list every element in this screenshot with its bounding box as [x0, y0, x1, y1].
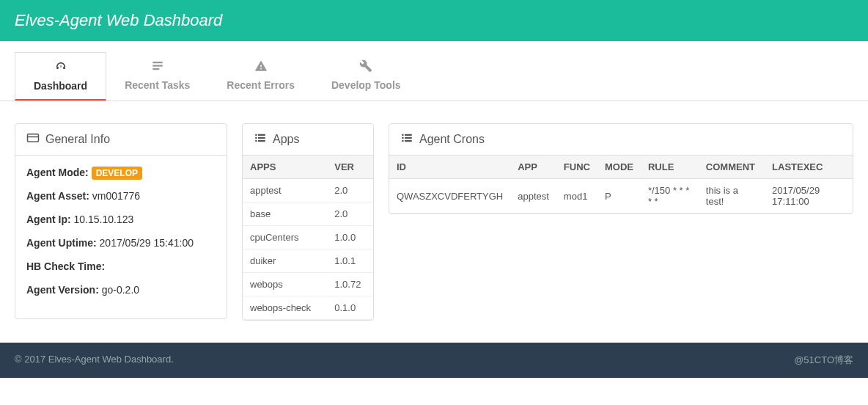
tab-recent-errors[interactable]: Recent Errors [208, 52, 313, 101]
info-version: Agent Version: go-0.2.0 [26, 284, 216, 296]
svg-rect-10 [258, 137, 265, 139]
svg-rect-6 [28, 136, 39, 138]
crons-header-id: ID [389, 156, 510, 179]
crons-panel: Agent Crons ID APP FUNC MODE RULE COMMEN… [389, 123, 853, 214]
app-name: base [243, 202, 327, 226]
svg-rect-13 [402, 134, 403, 136]
info-hb: HB Check Time: [26, 260, 216, 272]
crons-header-lastexec: LASTEXEC [765, 156, 853, 179]
app-name: cpuCenters [243, 226, 327, 249]
svg-rect-8 [258, 134, 265, 136]
apps-table: APPS VER apptest2.0base2.0cpuCenters1.0.… [243, 156, 373, 320]
info-mode: Agent Mode: DEVELOP [26, 167, 216, 178]
crons-header-rule: RULE [641, 156, 699, 179]
tab-label: Recent Errors [227, 79, 295, 91]
app-ver: 1.0.1 [327, 249, 373, 273]
tab-develop-tools[interactable]: Develop Tools [313, 52, 419, 101]
copyright: © 2017 Elves-Agent Web Dashboard. [15, 354, 174, 367]
watermark: @51CTO博客 [794, 354, 853, 367]
apps-header-ver: VER [327, 156, 373, 179]
app-ver: 2.0 [327, 202, 373, 226]
panel-heading: Apps [243, 124, 373, 156]
svg-rect-11 [255, 140, 257, 142]
app-name: webops-check [243, 296, 327, 320]
dashboard-icon [54, 60, 67, 77]
tools-icon [359, 59, 372, 76]
crons-table: ID APP FUNC MODE RULE COMMENT LASTEXEC Q… [389, 156, 853, 214]
svg-rect-9 [255, 137, 257, 139]
svg-rect-15 [402, 137, 403, 139]
info-uptime: Agent Uptime: 2017/05/29 15:41:00 [26, 237, 216, 249]
svg-rect-2 [152, 62, 163, 63]
tab-label: Dashboard [34, 80, 87, 92]
list-icon [400, 131, 413, 147]
apps-panel: Apps APPS VER apptest2.0base2.0cpuCenter… [242, 123, 374, 321]
tab-label: Develop Tools [331, 79, 401, 91]
panel-title: General Info [45, 133, 110, 146]
content: General Info Agent Mode: DEVELOP Agent A… [0, 101, 868, 343]
panel-heading: General Info [15, 124, 227, 156]
table-row: cpuCenters1.0.0 [243, 226, 373, 249]
svg-point-1 [63, 67, 65, 69]
nav-tabs: Dashboard Recent Tasks Recent Errors Dev… [0, 52, 868, 101]
crons-header-mode: MODE [597, 156, 641, 179]
cron-comment: this is a test! [699, 179, 765, 214]
panel-body: Agent Mode: DEVELOP Agent Asset: vm00177… [15, 156, 227, 318]
svg-rect-14 [405, 134, 412, 136]
app-name: webops [243, 273, 327, 296]
table-row: base2.0 [243, 202, 373, 226]
footer: © 2017 Elves-Agent Web Dashboard. @51CTO… [0, 343, 868, 378]
svg-rect-12 [258, 140, 265, 142]
table-row: QWASZXCVDFERTYGHapptestmod1P*/150 * * * … [389, 179, 853, 214]
header: Elves-Agent Web Dashboard [0, 0, 868, 41]
tab-recent-tasks[interactable]: Recent Tasks [106, 52, 208, 101]
mode-badge: DEVELOP [92, 167, 142, 180]
app-name: duiker [243, 249, 327, 273]
panel-title: Apps [273, 133, 299, 146]
svg-rect-17 [402, 140, 403, 142]
info-ip: Agent Ip: 10.15.10.123 [26, 214, 216, 225]
crons-header-app: APP [510, 156, 556, 179]
table-row: duiker1.0.1 [243, 249, 373, 273]
svg-rect-16 [405, 137, 412, 139]
svg-rect-7 [255, 134, 257, 136]
svg-rect-3 [152, 65, 163, 67]
info-asset: Agent Asset: vm001776 [26, 190, 216, 202]
panel-heading: Agent Crons [389, 124, 853, 156]
crons-header-func: FUNC [556, 156, 597, 179]
cron-func: mod1 [556, 179, 597, 214]
table-row: webops-check0.1.0 [243, 296, 373, 320]
app-ver: 2.0 [327, 179, 373, 202]
panel-title: Agent Crons [419, 133, 485, 146]
list-icon [254, 131, 267, 147]
tasks-icon [151, 59, 164, 76]
svg-point-0 [56, 67, 59, 69]
cron-app: apptest [510, 179, 556, 214]
tab-dashboard[interactable]: Dashboard [15, 52, 106, 101]
table-row: webops1.0.72 [243, 273, 373, 296]
cron-mode: P [597, 179, 641, 214]
svg-rect-18 [405, 140, 412, 142]
table-row: apptest2.0 [243, 179, 373, 202]
app-name: apptest [243, 179, 327, 202]
errors-icon [254, 59, 268, 76]
general-info-panel: General Info Agent Mode: DEVELOP Agent A… [15, 123, 227, 319]
crons-header-comment: COMMENT [699, 156, 765, 179]
apps-header-name: APPS [243, 156, 327, 179]
cron-rule: */150 * * * * * [641, 179, 699, 214]
svg-rect-5 [28, 134, 39, 142]
page-title: Elves-Agent Web Dashboard [15, 11, 853, 30]
card-icon [26, 131, 40, 147]
app-ver: 0.1.0 [327, 296, 373, 320]
app-ver: 1.0.0 [327, 226, 373, 249]
cron-lastexec: 2017/05/29 17:11:00 [765, 179, 853, 214]
cron-id: QWASZXCVDFERTYGH [389, 179, 510, 214]
tab-label: Recent Tasks [125, 79, 190, 91]
svg-rect-4 [152, 68, 159, 70]
app-ver: 1.0.72 [327, 273, 373, 296]
